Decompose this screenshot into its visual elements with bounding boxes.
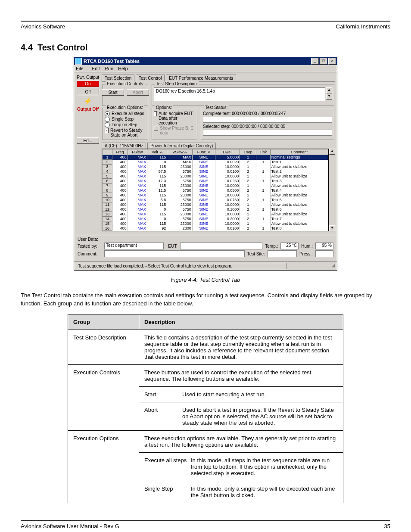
table-row[interactable]: 3400MAX11523000SINE10.00001Allow unit to… xyxy=(103,165,328,169)
check-show-phase xyxy=(154,126,158,131)
radio-loop[interactable] xyxy=(105,122,110,128)
table-row[interactable]: 14400MAX05750SINE0.200021Test 7 xyxy=(103,217,328,221)
tab-test-selection[interactable]: Test Selection xyxy=(102,75,134,81)
test-status-label: Test Status: xyxy=(204,105,229,110)
footer-left: Avionics Software User Manual - Rev G xyxy=(21,523,119,529)
minimize-icon[interactable]: _ xyxy=(311,58,319,65)
opt-single-label: Single Step xyxy=(112,117,134,121)
header-left: Avionics Software xyxy=(21,23,65,30)
pwr-output-label: Pwr. Output xyxy=(75,75,101,80)
section-name: Test Control xyxy=(37,43,87,52)
table-scroll-up-icon[interactable]: ▲ xyxy=(329,149,335,155)
status-complete-bar xyxy=(203,117,332,123)
check-auto-acquire[interactable] xyxy=(154,111,157,116)
temp-label: Temp.: xyxy=(265,244,278,249)
table-row[interactable]: 2400MAX0MAXSINE0.002021Test 1 xyxy=(103,160,328,165)
table-row[interactable]: 6400MAX17.35750SINE0.025021Test 3 xyxy=(103,179,328,184)
maximize-icon[interactable]: □ xyxy=(320,58,327,65)
table-row[interactable]: 9400MAX11523000SINE10.00001Allow unit to… xyxy=(103,193,328,198)
close-icon[interactable]: × xyxy=(328,58,336,65)
table-scroll-down-icon[interactable]: ▼ xyxy=(329,225,335,231)
step-desc-label: Test Step Description: xyxy=(155,81,199,86)
scroll-down-icon[interactable]: ▼ xyxy=(326,93,332,100)
table-row[interactable]: 8400MAX11.55750SINE0.050021Test 4 xyxy=(103,188,328,193)
subtab-a[interactable]: A (CF): 115V/400Hz xyxy=(102,143,146,149)
menu-help[interactable]: Help xyxy=(118,66,128,71)
footer-right: 35 xyxy=(384,523,390,529)
radio-execute-all[interactable] xyxy=(105,111,110,116)
tested-by-field[interactable]: Test department xyxy=(104,243,164,249)
radio-single-step[interactable] xyxy=(105,117,110,122)
press-field[interactable] xyxy=(315,250,333,257)
exec-options-label: Execution Options: xyxy=(106,105,144,110)
abort-button[interactable]: Abort xyxy=(127,89,149,96)
figure-caption: Figure 4-4: Test Control Tab xyxy=(21,277,390,283)
description-table: Group Description Test Step DescriptionT… xyxy=(68,314,343,503)
tab-eut-measurements[interactable]: EUT Performance Measurements xyxy=(166,75,236,81)
statusbar: Test sequence file load completed. - Sel… xyxy=(74,261,337,270)
temp-field[interactable]: 25 °C xyxy=(280,243,299,249)
opt-show-label: Show Phase B, C data xyxy=(160,126,195,135)
table-row[interactable]: 15400MAX11523000SINE10.00001Allow unit t… xyxy=(103,221,328,226)
resize-grip-icon[interactable]: ◢ xyxy=(332,263,335,268)
tested-by-label: Tested by: xyxy=(78,244,102,249)
col-group: Group xyxy=(68,314,139,330)
table-scrollbar[interactable]: ▲ ▼ xyxy=(329,149,335,231)
left-panel: Pwr. Output On Off ⚡ Output Off Err... xyxy=(74,72,102,233)
check-revert[interactable]: ✓ xyxy=(105,128,109,133)
menu-file[interactable]: File xyxy=(76,66,87,71)
table-row[interactable]: 16400MAX922300SINE0.010021Test 8 xyxy=(103,226,328,231)
section-number: 4.4 xyxy=(21,43,33,52)
opt-auto-label: Auto-acquire EUT Data after execution xyxy=(159,111,195,125)
start-button[interactable]: Start xyxy=(102,89,124,96)
table-row[interactable]: 4400MAX57.55750SINE0.010021Test 2 xyxy=(103,169,328,174)
app-icon xyxy=(75,58,82,65)
menu-edit[interactable]: Edit xyxy=(92,66,100,71)
bolt-icon: ⚡ xyxy=(75,97,101,105)
tab-test-control[interactable]: Test Control xyxy=(136,75,165,82)
app-window: RTCA DO160 Test Tables _ □ × File Edit R… xyxy=(74,57,337,271)
test-sequence-table[interactable]: FreqFSlewVolt. AVSlew AFunc. ADwellLoopL… xyxy=(102,149,329,231)
site-label: Test Site: xyxy=(247,252,265,256)
status-selected-bar xyxy=(203,130,332,136)
table-row[interactable]: 13400MAX11523000SINE10.00001Allow unit t… xyxy=(103,212,328,217)
user-data-group: User Data: Tested by: Test department EU… xyxy=(76,235,335,260)
bottom-rule xyxy=(21,520,390,521)
hum-label: Hum.: xyxy=(301,244,313,249)
status-selected: Selected step: 000:00:00:00 / 000:00:00:… xyxy=(203,124,332,129)
table-row[interactable]: 1400MAX115MAXSINE5.00001Nominal settings xyxy=(103,155,328,160)
table-row[interactable]: 7400MAX11523000SINE10.00001Allow unit to… xyxy=(103,184,328,188)
opt-all-label: Execute all steps xyxy=(112,111,144,116)
titlebar[interactable]: RTCA DO160 Test Tables _ □ × xyxy=(74,57,337,65)
subtab-b[interactable]: Power Interrupt (Digital Circuitry) xyxy=(147,143,216,149)
table-row[interactable]: 5400MAX11523000SINE10.00001Allow unit to… xyxy=(103,174,328,179)
step-description-box: DO160 rev E section 16.5.1.4b xyxy=(154,87,325,101)
table-row[interactable]: 10400MAX5.85750SINE0.075021Test 5 xyxy=(103,198,328,202)
header-right: California Instruments xyxy=(336,23,390,30)
eut-label: EUT: xyxy=(166,244,177,249)
table-row[interactable]: 12400MAX05750SINE0.100021Test 6 xyxy=(103,207,328,212)
site-field[interactable] xyxy=(268,250,297,257)
section-title: 4.4 Test Control xyxy=(21,43,390,53)
table-row[interactable]: 11400MAX11523000SINE10.00001Allow unit t… xyxy=(103,202,328,207)
off-button[interactable]: Off xyxy=(77,89,99,95)
menubar: File Edit Run Help xyxy=(74,65,337,72)
err-button[interactable]: Err... xyxy=(77,137,99,144)
comment-field[interactable] xyxy=(104,250,245,257)
eut-field[interactable] xyxy=(180,243,262,249)
output-off-label: Output Off xyxy=(75,107,101,112)
window-title: RTCA DO160 Test Tables xyxy=(84,59,310,64)
page-footer: Avionics Software User Manual - Rev G 35 xyxy=(21,523,390,529)
col-description: Description xyxy=(139,314,343,330)
scroll-up-icon[interactable]: ▲ xyxy=(326,87,332,93)
intro-paragraph: The Test Control tab contains the main e… xyxy=(21,292,390,308)
status-complete: Complete test: 000:00:00:00 / 000:00:05:… xyxy=(203,111,332,116)
menu-run[interactable]: Run xyxy=(105,66,113,71)
step-desc-scrollbar[interactable]: ▲ ▼ xyxy=(326,87,332,101)
main-tabs: Test Selection Test Control EUT Performa… xyxy=(102,74,335,82)
hum-field[interactable]: 95 % xyxy=(315,243,333,249)
on-button[interactable]: On xyxy=(77,81,99,87)
user-data-label: User Data: xyxy=(78,237,333,242)
opt-revert-label: Revert to Steady State on Abort xyxy=(110,128,146,137)
page-header: Avionics Software California Instruments xyxy=(21,22,390,30)
